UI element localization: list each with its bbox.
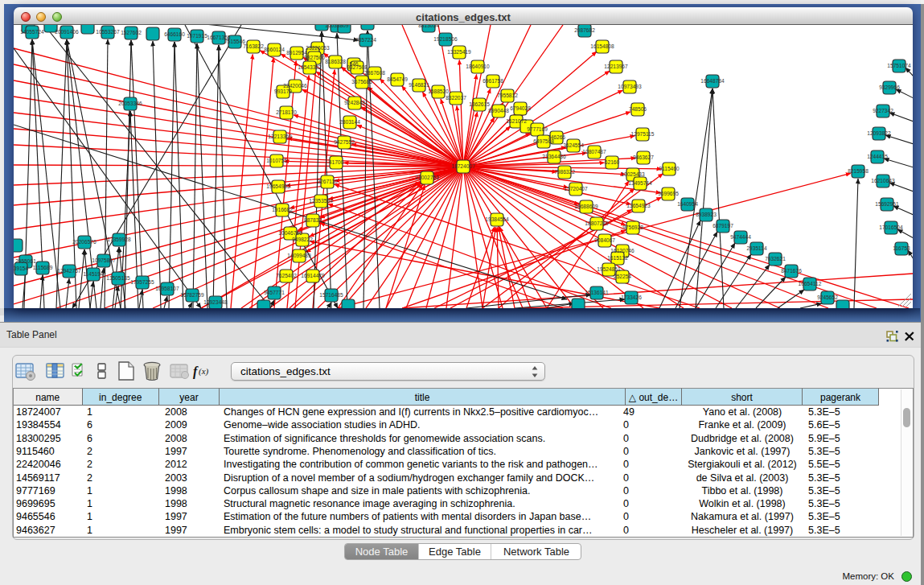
svg-text:12353594: 12353594: [309, 198, 333, 204]
svg-text:13325419: 13325419: [447, 49, 471, 55]
svg-text:15716485: 15716485: [319, 292, 343, 298]
svg-text:13505135: 13505135: [106, 275, 130, 281]
svg-text:252254: 252254: [614, 274, 631, 279]
svg-text:18640910: 18640910: [466, 64, 490, 69]
svg-text:7163822: 7163822: [243, 43, 264, 49]
svg-text:12942757: 12942757: [57, 268, 81, 274]
svg-text:15751074: 15751074: [887, 63, 911, 68]
svg-text:1615132: 1615132: [607, 255, 628, 261]
svg-text:10654112: 10654112: [799, 281, 822, 286]
svg-text:f: f: [193, 365, 199, 379]
svg-text:19218506: 19218506: [433, 36, 458, 42]
svg-text:6961758: 6961758: [483, 78, 503, 84]
svg-text:9115460: 9115460: [659, 166, 680, 171]
svg-text:1115689: 1115689: [33, 265, 53, 270]
svg-text:9242848: 9242848: [344, 100, 365, 105]
svg-text:2055061: 2055061: [15, 258, 36, 264]
svg-text:20091406: 20091406: [55, 29, 79, 35]
svg-text:39154: 39154: [14, 266, 28, 271]
svg-text:10973493: 10973493: [618, 84, 642, 89]
svg-text:9699695: 9699695: [658, 191, 679, 196]
svg-text:10958107: 10958107: [155, 286, 179, 291]
svg-text:18724007: 18724007: [451, 163, 475, 169]
svg-text:9245652: 9245652: [817, 295, 838, 300]
svg-text:748506: 748506: [629, 106, 647, 112]
svg-text:9777169: 9777169: [527, 126, 548, 132]
svg-text:13654923: 13654923: [626, 203, 651, 208]
svg-text:21364436: 21364436: [542, 154, 566, 159]
svg-text:15692951: 15692951: [875, 201, 899, 207]
svg-text:8660124: 8660124: [264, 47, 285, 52]
svg-text:1588520: 1588520: [428, 89, 449, 94]
svg-text:9427552: 9427552: [334, 139, 355, 145]
svg-text:12093822: 12093822: [867, 130, 891, 136]
svg-text:2935114: 2935114: [746, 245, 767, 251]
svg-text:2803144: 2803144: [339, 119, 360, 125]
svg-text:1640954: 1640954: [677, 201, 698, 207]
svg-text:16033809: 16033809: [325, 25, 349, 28]
svg-text:41700: 41700: [329, 159, 344, 165]
svg-text:18807249: 18807249: [585, 220, 609, 226]
svg-text:9756928: 9756928: [622, 225, 643, 230]
svg-text:2087682: 2087682: [574, 27, 595, 33]
svg-text:16914479: 16914479: [301, 273, 325, 278]
svg-text:15136141: 15136141: [585, 290, 609, 295]
svg-text:1145194: 1145194: [83, 271, 104, 277]
svg-text:10046766: 10046766: [278, 230, 302, 236]
svg-text:7857224: 7857224: [355, 37, 376, 43]
svg-text:1362615: 1362615: [469, 101, 490, 107]
svg-text:9463627: 9463627: [633, 154, 654, 160]
svg-text:19654985: 19654985: [266, 183, 290, 189]
svg-text:9474444: 9474444: [730, 234, 751, 240]
svg-text:887833: 887833: [304, 217, 322, 223]
svg-text:62160: 62160: [605, 159, 620, 165]
svg-text:8471676: 8471676: [781, 268, 802, 274]
svg-text:16210643: 16210643: [871, 178, 895, 183]
svg-text:7625402: 7625402: [276, 273, 297, 278]
svg-text:3675685: 3675685: [351, 79, 372, 84]
svg-text:14099489: 14099489: [287, 253, 311, 258]
svg-text:10688609: 10688609: [574, 204, 598, 209]
svg-text:9457771: 9457771: [264, 290, 285, 295]
svg-text:12213967: 12213967: [604, 64, 628, 69]
svg-text:1916682: 1916682: [272, 207, 293, 212]
svg-text:15720407: 15720407: [564, 186, 588, 192]
svg-text:17016504: 17016504: [879, 225, 903, 230]
svg-text:2718170: 2718170: [276, 109, 297, 115]
svg-text:9227342: 9227342: [873, 108, 893, 113]
svg-text:16648784: 16648784: [700, 78, 725, 84]
svg-text:116753: 116753: [893, 245, 910, 251]
svg-text:7955812: 7955812: [497, 93, 518, 98]
svg-text:3267110: 3267110: [317, 179, 338, 184]
svg-text:9827500: 9827500: [304, 55, 325, 60]
svg-text:8454749: 8454749: [387, 76, 408, 82]
svg-text:7632621: 7632621: [765, 256, 786, 262]
svg-text:8186328: 8186328: [325, 59, 346, 64]
svg-text:23226053: 23226053: [306, 45, 330, 51]
svg-text:17957255: 17957255: [130, 279, 154, 285]
svg-text:14055724: 14055724: [20, 29, 44, 35]
svg-text:6497568: 6497568: [533, 138, 554, 144]
svg-text:2867608: 2867608: [364, 70, 385, 76]
svg-text:9084067: 9084067: [594, 237, 615, 243]
svg-text:22420046: 22420046: [283, 83, 307, 89]
svg-text:10975867: 10975867: [92, 257, 116, 263]
svg-text:6466160: 6466160: [164, 31, 185, 37]
svg-text:20053346: 20053346: [118, 101, 142, 106]
svg-text:12923448: 12923448: [203, 299, 228, 305]
svg-text:10025433: 10025433: [621, 171, 645, 177]
svg-text:1071915: 1071915: [187, 33, 207, 39]
svg-text:8938923: 8938923: [696, 212, 717, 217]
svg-text:16782759: 16782759: [180, 292, 204, 298]
svg-text:9146821: 9146821: [409, 82, 429, 88]
svg-text:3624554: 3624554: [563, 142, 584, 148]
svg-text:17359928: 17359928: [107, 237, 131, 242]
svg-text:1621072: 1621072: [506, 118, 527, 124]
svg-text:23002753: 23002753: [415, 175, 439, 180]
svg-text:10553267: 10553267: [96, 29, 120, 35]
svg-text:8813054: 8813054: [418, 25, 439, 28]
svg-text:12213369: 12213369: [268, 134, 292, 139]
svg-text:1527602: 1527602: [121, 30, 142, 35]
svg-text:(x): (x): [199, 366, 209, 377]
svg-text:13495744: 13495744: [628, 180, 652, 186]
